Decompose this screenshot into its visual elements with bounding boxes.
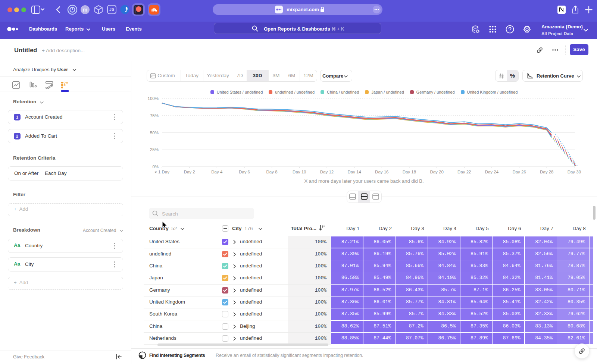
svg-text:100%: 100% bbox=[148, 96, 159, 101]
svg-text:Day 20: Day 20 bbox=[430, 170, 443, 174]
svg-text:Day 16: Day 16 bbox=[375, 170, 388, 174]
svg-text:Day 14: Day 14 bbox=[347, 170, 361, 174]
svg-text:75%: 75% bbox=[150, 113, 159, 118]
svg-text:Day 26: Day 26 bbox=[512, 170, 526, 174]
svg-text:50%: 50% bbox=[150, 131, 159, 135]
svg-text:Day 4: Day 4 bbox=[211, 170, 223, 174]
svg-text:Day 10: Day 10 bbox=[293, 170, 306, 174]
svg-text:Day 28: Day 28 bbox=[540, 170, 553, 174]
svg-text:Day 12: Day 12 bbox=[320, 170, 334, 174]
svg-text:Day 2: Day 2 bbox=[184, 170, 195, 174]
svg-text:Day 8: Day 8 bbox=[266, 170, 278, 174]
svg-text:Day 22: Day 22 bbox=[457, 170, 471, 174]
svg-text:Day 6: Day 6 bbox=[239, 170, 250, 174]
svg-text:Day 18: Day 18 bbox=[403, 170, 416, 174]
svg-text:Day 24: Day 24 bbox=[485, 170, 499, 174]
svg-text:< 1 Day: < 1 Day bbox=[154, 170, 169, 174]
svg-text:0%: 0% bbox=[152, 164, 159, 169]
svg-text:Day 30: Day 30 bbox=[568, 170, 581, 174]
svg-text:25%: 25% bbox=[150, 147, 159, 152]
